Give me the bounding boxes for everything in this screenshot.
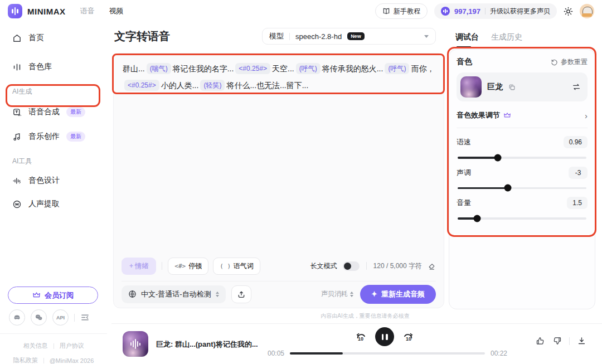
progress-bar[interactable] [290, 352, 485, 355]
model-value: speech-2.8-hd [295, 32, 342, 41]
user-avatar[interactable] [580, 4, 594, 18]
slider-label: 音量 [457, 198, 471, 208]
skip-forward-10-button[interactable]: 10 [403, 332, 414, 342]
emotion-tag[interactable]: (轻笑) [200, 80, 225, 91]
pause-button[interactable] [375, 327, 394, 346]
clear-text-icon[interactable] [428, 262, 436, 270]
minimax-logo-icon[interactable] [8, 4, 22, 18]
upload-file-button[interactable] [231, 285, 251, 303]
reset-params-button[interactable]: 参数重置 [551, 57, 588, 67]
thumbs-up-icon[interactable] [536, 336, 545, 346]
social-links: API [9, 309, 90, 326]
chevron-down-icon [424, 35, 429, 38]
sidebar-item-speech-synthesis[interactable]: 语音合成 最新 [0, 101, 107, 123]
credits-pill[interactable]: 997,197 升级以获得更多声贝 [434, 3, 557, 19]
globe-icon [128, 290, 137, 298]
text-segment: 将传承我的怒火... [322, 64, 383, 73]
text-segment: 小的人类... [161, 81, 199, 90]
slider-speed: 语速 0.96 [457, 136, 588, 159]
swap-voice-icon[interactable] [572, 82, 581, 91]
emotion-tag[interactable]: (喘气) [147, 63, 171, 74]
editor-toolbar: + 情绪 <#> 停顿 ( ) 语气词 长文模式 120 / 5,000 字符 [122, 256, 436, 275]
pause-tag[interactable]: <#0.25#> [124, 80, 159, 91]
add-emotion-button[interactable]: + 情绪 [122, 258, 156, 275]
player-track-title: 巨龙: 群山...(pant)将记住我的... [156, 339, 258, 350]
pause-syntax-icon: <#> [174, 263, 186, 270]
effect-label: 音色效果调节 [457, 110, 500, 120]
wechat-icon[interactable] [31, 309, 47, 326]
slider-track[interactable] [458, 157, 586, 159]
thumbs-down-icon[interactable] [552, 336, 562, 346]
api-label: API [56, 315, 65, 321]
sidebar-item-voice-extraction[interactable]: 人声提取 [0, 194, 107, 214]
tts-editor: 群山...(喘气)将记住我的名字...<#0.25#>天空...(呼气)将传承我… [113, 53, 444, 308]
slider-knob[interactable] [473, 215, 480, 222]
language-select[interactable]: 中文-普通话-自动检测 [122, 285, 226, 303]
divider [289, 33, 290, 40]
home-icon [12, 33, 22, 43]
slider-track[interactable] [458, 217, 586, 220]
voice-library-icon [12, 62, 22, 72]
emotion-tag[interactable]: (呼气) [385, 63, 409, 74]
pause-button-label: 停顿 [188, 261, 202, 271]
api-link[interactable]: API [52, 309, 69, 326]
divider [74, 314, 75, 322]
sidebar-footer: 相关信息 用户协议 隐私政策 @MiniMax 2026 [0, 333, 107, 364]
tab-generation-history[interactable]: 生成历史 [491, 32, 522, 47]
slider-volume: 音量 1.5 [457, 197, 588, 220]
nav-tab-voice[interactable]: 语音 [80, 6, 95, 16]
pause-tag[interactable]: <#0.25#> [235, 63, 270, 74]
long-text-mode-toggle[interactable] [343, 261, 360, 271]
chevron-right-icon: › [585, 111, 588, 120]
sidebar-item-label: 首页 [28, 33, 44, 43]
regenerate-audio-button[interactable]: ✦ 重新生成音频 [360, 285, 436, 304]
slider-knob[interactable] [504, 185, 512, 192]
voice-effect-settings[interactable]: 音色效果调节 › [457, 110, 588, 120]
upgrade-link[interactable]: 升级以获得更多声贝 [490, 7, 550, 16]
text-segment: 将什么...也无法...留下... [226, 81, 308, 90]
sidebar-item-music-creation[interactable]: 音乐创作 最新 [0, 127, 107, 147]
slider-knob[interactable] [494, 154, 501, 161]
nav-tab-video[interactable]: 视频 [109, 6, 124, 16]
ai-content-notice: 内容由AI生成，重要信息请务必核查 [111, 312, 602, 320]
voice-avatar [460, 76, 482, 98]
slider-value: 0.96 [564, 136, 588, 148]
footer-link-privacy[interactable]: 隐私政策 [13, 356, 38, 364]
long-text-mode-label: 长文模式 [310, 261, 337, 271]
collapse-sidebar-icon[interactable] [80, 313, 90, 322]
discord-icon[interactable] [9, 309, 25, 326]
text-segment: 将记住我的名字... [173, 64, 234, 73]
filler-button-label: 语气词 [234, 261, 254, 271]
membership-button[interactable]: 会员订阅 [8, 287, 98, 304]
footer-link-info[interactable]: 相关信息 [23, 342, 48, 350]
book-icon [382, 7, 390, 15]
voice-section-label: 音色 [457, 57, 472, 67]
emotion-tag[interactable]: (呼气) [296, 63, 321, 74]
insert-filler-button[interactable]: ( ) 语气词 [213, 258, 260, 275]
player-actions [536, 336, 586, 346]
divider [162, 262, 162, 270]
crown-icon [503, 111, 511, 119]
slider-label: 语速 [457, 137, 471, 147]
sidebar: 首页 音色库 AI生成 语音合成 最新 音乐创作 最新 AI工具 [0, 22, 107, 364]
model-select[interactable]: 模型 speech-2.8-hd New [262, 28, 436, 45]
player-controls: 10 10 [329, 327, 440, 346]
sidebar-item-voice-design[interactable]: 音色设计 [0, 171, 107, 191]
editor-textarea[interactable]: 群山...(喘气)将记住我的名字...<#0.25#>天空...(呼气)将传承我… [114, 54, 444, 100]
text-segment: 而你， [411, 64, 434, 73]
reset-icon [551, 59, 558, 66]
sidebar-item-voice-library[interactable]: 音色库 [0, 57, 107, 77]
sidebar-item-home[interactable]: 首页 [0, 28, 107, 48]
light-mode-icon[interactable] [564, 7, 573, 16]
selected-voice-card[interactable]: 巨龙 [457, 72, 588, 101]
insert-pause-button[interactable]: <#> 停顿 [168, 258, 208, 275]
download-icon[interactable] [577, 336, 586, 346]
slider-track[interactable] [458, 187, 586, 190]
sidebar-item-label: 人声提取 [28, 199, 60, 209]
tab-debug-console[interactable]: 调试台 [455, 32, 479, 47]
copy-icon[interactable] [508, 84, 516, 91]
footer-link-terms[interactable]: 用户协议 [60, 342, 84, 350]
skip-back-10-button[interactable]: 10 [355, 332, 366, 342]
tutorial-button[interactable]: 新手教程 [375, 3, 428, 19]
model-new-badge: New [347, 32, 365, 40]
